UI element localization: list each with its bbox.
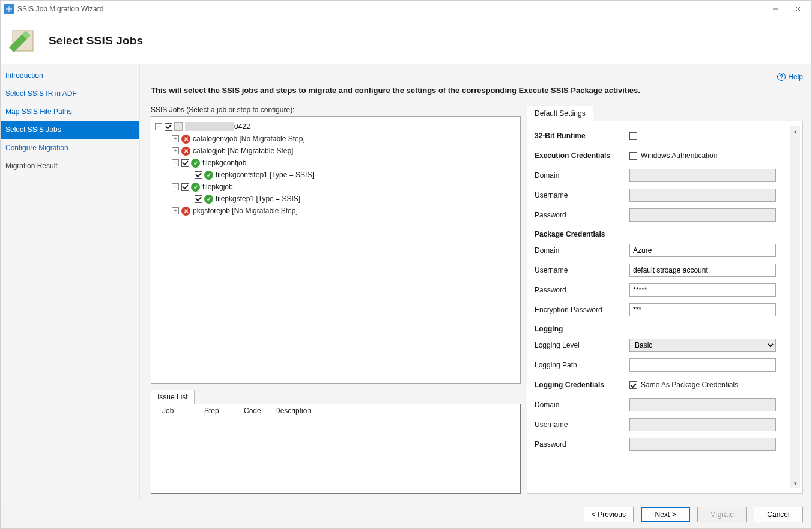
window-title: SSIS Job Migration Wizard	[17, 5, 103, 13]
checkbox-32bit[interactable]	[629, 132, 637, 140]
label-log-domain: Domain	[535, 401, 629, 409]
header-pkg-cred: Package Credentials	[535, 225, 790, 241]
collapse-icon[interactable]: −	[172, 159, 179, 166]
input-exec-username	[629, 189, 776, 202]
migrate-button: Migrate	[697, 507, 747, 522]
sidebar-item-map-paths[interactable]: Map SSIS File Paths	[1, 103, 139, 121]
issue-list[interactable]: Job Step Code Description	[151, 404, 521, 494]
close-button[interactable]	[792, 3, 804, 15]
tab-issue-list[interactable]: Issue List	[151, 390, 195, 404]
expand-icon[interactable]: +	[172, 207, 179, 214]
collapse-icon[interactable]: −	[155, 123, 162, 130]
scroll-down-icon[interactable]: ▾	[790, 478, 801, 488]
tree-node-label: filepkgconfstep1 [Type = SSIS]	[216, 171, 314, 179]
input-pkg-domain[interactable]	[629, 244, 776, 257]
sidebar-item-result[interactable]: Migration Result	[1, 157, 139, 175]
checkbox[interactable]	[195, 171, 202, 179]
settings-column: Default Settings 32-Bit Runtime Executio…	[527, 106, 803, 494]
sidebar-item-label: Introduction	[5, 71, 43, 80]
error-icon: ✕	[181, 147, 190, 156]
checkbox-same-as[interactable]	[629, 381, 637, 389]
expand-icon[interactable]: +	[172, 147, 179, 154]
app-icon	[4, 4, 14, 14]
tree-node[interactable]: ✓filepkgconfstep1 [Type = SSIS]	[155, 169, 517, 181]
label-enc-password: Encryption Password	[535, 306, 629, 314]
checkbox[interactable]	[165, 123, 172, 131]
col-job: Job	[162, 407, 204, 415]
tree-node[interactable]: +✕catalogjob [No Migratable Step]	[155, 145, 517, 157]
checkbox-winauth[interactable]	[629, 152, 637, 160]
jobs-tree[interactable]: − 0422 +✕catalogenvjob [No Migratable St…	[151, 116, 521, 384]
jobs-column: SSIS Jobs (Select a job or step to confi…	[151, 106, 521, 494]
checkbox[interactable]	[195, 195, 202, 203]
issue-area: Issue List Job Step Code Description	[151, 390, 521, 494]
minimize-button[interactable]	[769, 3, 781, 15]
sidebar-item-label: Select SSIS IR in ADF	[5, 89, 77, 98]
success-icon: ✓	[204, 171, 213, 180]
tree-node[interactable]: −✓filepkgconfjob	[155, 157, 517, 169]
col-step: Step	[204, 407, 244, 415]
label-32bit: 32-Bit Runtime	[535, 131, 629, 140]
input-logging-path[interactable]	[629, 358, 776, 372]
tab-label: Issue List	[157, 393, 188, 401]
scroll-up-icon[interactable]: ▴	[790, 126, 801, 136]
input-exec-domain	[629, 169, 776, 182]
label-logging-path: Logging Path	[535, 361, 629, 369]
sidebar-item-introduction[interactable]: Introduction	[1, 67, 139, 85]
label-exec-password: Password	[535, 211, 629, 219]
settings-scrollbar[interactable]: ▴ ▾	[790, 126, 800, 488]
cancel-button[interactable]: Cancel	[754, 507, 803, 522]
select-logging-level[interactable]: Basic	[629, 339, 776, 352]
tree-node[interactable]: +✕pkgstorejob [No Migratable Step]	[155, 205, 517, 217]
label-pkg-domain: Domain	[535, 246, 629, 255]
input-pkg-password[interactable]	[629, 283, 776, 297]
sidebar-item-configure[interactable]: Configure Migration	[1, 139, 139, 157]
expand-icon[interactable]: +	[172, 135, 179, 142]
sidebar-item-label: Select SSIS Jobs	[5, 125, 61, 134]
app-window: SSIS Job Migration Wizard Select SSIS Jo…	[0, 0, 812, 529]
input-enc-password[interactable]	[629, 303, 776, 316]
settings-content: 32-Bit Runtime Execution Credentials Win…	[535, 126, 790, 488]
checkbox[interactable]	[181, 159, 189, 167]
tab-default-settings[interactable]: Default Settings	[527, 106, 593, 121]
label-pkg-username: Username	[535, 266, 629, 274]
tree-node-label: filepkgjob	[202, 183, 233, 191]
collapse-icon[interactable]: −	[172, 183, 179, 190]
sidebar-item-select-ir[interactable]: Select SSIS IR in ADF	[1, 85, 139, 103]
content-row: SSIS Jobs (Select a job or step to confi…	[151, 106, 803, 494]
issue-tabs: Issue List	[151, 390, 521, 404]
wizard-icon	[9, 27, 37, 55]
sidebar-item-select-jobs[interactable]: Select SSIS Jobs	[1, 121, 139, 139]
label-same-as: Same As Package Credentials	[641, 381, 738, 389]
help-row: ? Help	[151, 71, 803, 82]
settings-tabs: Default Settings	[527, 106, 803, 121]
label-logging-level: Logging Level	[535, 341, 629, 349]
title-bar: SSIS Job Migration Wizard	[1, 1, 811, 17]
checkbox[interactable]	[181, 183, 189, 191]
previous-button[interactable]: < Previous	[584, 507, 634, 522]
window-buttons	[769, 3, 808, 15]
issue-header: Job Step Code Description	[151, 404, 520, 417]
tree-node-label: catalogjob [No Migratable Step]	[193, 147, 293, 155]
tree-node-label: filepkgstep1 [Type = SSIS]	[216, 195, 300, 203]
body: Introduction Select SSIS IR in ADF Map S…	[1, 64, 811, 500]
label-log-username: Username	[535, 420, 629, 429]
col-desc: Description	[275, 407, 520, 415]
sidebar: Introduction Select SSIS IR in ADF Map S…	[1, 64, 140, 500]
input-pkg-username[interactable]	[629, 264, 776, 277]
success-icon: ✓	[191, 183, 200, 192]
sidebar-item-label: Migration Result	[5, 162, 58, 170]
label-exec-domain: Domain	[535, 171, 629, 180]
tree-node[interactable]: −✓filepkgjob	[155, 181, 517, 193]
sidebar-item-label: Map SSIS File Paths	[5, 107, 72, 116]
tree-node[interactable]: ✓filepkgstep1 [Type = SSIS]	[155, 193, 517, 205]
footer: < Previous Next > Migrate Cancel	[1, 500, 811, 528]
tree-root[interactable]: − 0422	[155, 121, 517, 133]
tree-node[interactable]: +✕catalogenvjob [No Migratable Step]	[155, 133, 517, 145]
col-code: Code	[244, 407, 275, 415]
label-exec-cred: Execution Credentials	[535, 151, 629, 160]
next-button[interactable]: Next >	[641, 507, 690, 522]
help-link[interactable]: ? Help	[777, 73, 803, 81]
success-icon: ✓	[204, 195, 213, 204]
label-winauth: Windows Authentication	[641, 151, 717, 160]
